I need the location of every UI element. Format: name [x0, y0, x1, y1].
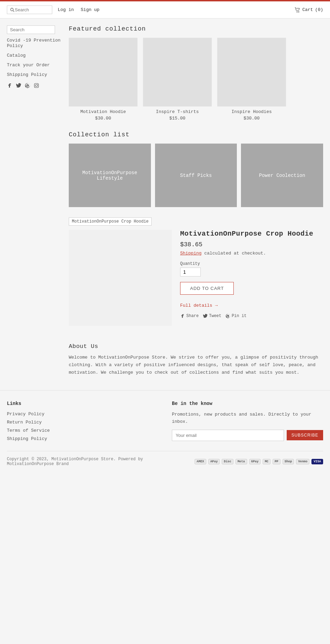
- svg-rect-4: [34, 83, 38, 88]
- sidebar-link-shipping[interactable]: Shipping Policy: [7, 72, 47, 77]
- product-detail-layout: MotivationOnPurpose Crop Hoodie $38.65 S…: [69, 230, 323, 326]
- newsletter-email-input[interactable]: [172, 430, 284, 441]
- product-name-1: Inspire T-shirts: [143, 109, 212, 114]
- footer-top: Links Privacy Policy Return Policy Terms…: [7, 401, 323, 444]
- svg-point-5: [35, 84, 37, 87]
- product-detail-breadcrumb: MotivationOnPurpose Crop Hoodie: [69, 217, 152, 226]
- newsletter-form: SUBSCRIBE: [172, 430, 323, 441]
- sidebar-link-track[interactable]: Track your Order: [7, 63, 50, 68]
- product-detail-name: MotivationOnPurpose Crop Hoodie: [180, 230, 323, 238]
- header-nav: Log in Sign up: [58, 7, 99, 12]
- search-input[interactable]: [15, 7, 49, 12]
- product-image-1: [143, 38, 212, 106]
- shipping-text: calculated at checkout.: [204, 251, 266, 256]
- payment-icon-gpay: GPay: [249, 459, 261, 464]
- collection-card-1[interactable]: Staff Picks: [155, 144, 237, 207]
- pin-label: Pin it: [232, 314, 246, 318]
- shipping-link[interactable]: Shipping: [180, 251, 201, 256]
- payment-icon-applepay: APay: [208, 459, 220, 464]
- search-icon: [10, 8, 15, 12]
- sidebar-item-track[interactable]: Track your Order: [7, 62, 62, 68]
- product-shipping: Shipping calculated at checkout.: [180, 251, 323, 256]
- quantity-label: Quantity: [180, 261, 323, 266]
- footer-links-col: Links Privacy Policy Return Policy Terms…: [7, 401, 158, 444]
- product-card-2[interactable]: Inspire Hoodies $30.00: [217, 38, 286, 121]
- sidebar-nav: Covid -19 Prevention Policy Catalog Trac…: [7, 37, 62, 77]
- featured-collection-title: Featured collection: [69, 25, 323, 32]
- footer-return-link[interactable]: Return Policy: [7, 420, 42, 425]
- collection-card-2[interactable]: Power Coolection: [241, 144, 323, 207]
- footer-link-return[interactable]: Return Policy: [7, 419, 158, 425]
- search-box[interactable]: [7, 5, 52, 14]
- footer-links-list: Privacy Policy Return Policy Terms of Se…: [7, 411, 158, 441]
- product-price-0: $30.00: [69, 116, 138, 121]
- product-name-0: Motivation Hoodie: [69, 109, 138, 114]
- product-card-1[interactable]: Inspire T-shirts $15.00: [143, 38, 212, 121]
- payment-icon-venmo: Venmo: [296, 459, 309, 464]
- collection-label-2: Power Coolection: [259, 173, 305, 178]
- payment-icon-discover: Disc: [222, 459, 233, 464]
- tweet-label: Tweet: [209, 314, 221, 318]
- newsletter-title: Be in the know: [172, 401, 323, 406]
- svg-point-2: [297, 11, 298, 12]
- sidebar-link-covid[interactable]: Covid -19 Prevention Policy: [7, 38, 60, 48]
- cart-button[interactable]: Cart (0): [295, 7, 323, 13]
- facebook-icon[interactable]: [7, 83, 12, 90]
- product-price-2: $30.00: [217, 116, 286, 121]
- product-detail-info: MotivationOnPurpose Crop Hoodie $38.65 S…: [180, 230, 323, 326]
- sidebar-item-covid[interactable]: Covid -19 Prevention Policy: [7, 37, 62, 48]
- collection-grid: MotivationOnPurpose Lifestyle Staff Pick…: [69, 144, 323, 207]
- footer-privacy-link[interactable]: Privacy Policy: [7, 411, 44, 417]
- share-facebook-button[interactable]: Share: [180, 314, 199, 318]
- footer-newsletter-col: Be in the know Promotions, new products …: [172, 401, 323, 444]
- share-buttons: Share Tweet Pin it: [180, 314, 323, 318]
- product-image-2: [217, 38, 286, 106]
- product-detail-image: [69, 230, 172, 326]
- tweet-button[interactable]: Tweet: [203, 314, 221, 318]
- footer-link-privacy[interactable]: Privacy Policy: [7, 411, 158, 417]
- svg-point-6: [37, 84, 38, 84]
- twitter-icon[interactable]: [16, 83, 21, 90]
- newsletter-text: Promotions, new products and sales. Dire…: [172, 411, 323, 426]
- product-price-1: $15.00: [143, 116, 212, 121]
- subscribe-button[interactable]: SUBSCRIBE: [287, 430, 323, 440]
- login-link[interactable]: Log in: [58, 7, 74, 12]
- sidebar-search-input[interactable]: [7, 25, 55, 34]
- footer-link-terms[interactable]: Terms of Service: [7, 428, 158, 433]
- full-details-link[interactable]: Full details →: [180, 303, 323, 308]
- main-layout: Covid -19 Prevention Policy Catalog Trac…: [0, 19, 330, 390]
- add-to-cart-button[interactable]: ADD TO CART: [180, 282, 234, 295]
- sidebar-social: [7, 83, 62, 90]
- product-detail-price: $38.65: [180, 241, 323, 248]
- svg-point-3: [298, 11, 299, 12]
- payment-icon-paypal: PP: [273, 459, 280, 464]
- payment-icons: AMEX APay Disc Meta GPay MC PP Shop Venm…: [195, 459, 323, 464]
- instagram-icon[interactable]: [34, 83, 39, 90]
- pin-button[interactable]: Pin it: [226, 314, 246, 318]
- footer-terms-link[interactable]: Terms of Service: [7, 428, 50, 433]
- cart-icon: [295, 7, 300, 13]
- cart-label: Cart: [302, 7, 313, 12]
- sidebar-item-shipping[interactable]: Shipping Policy: [7, 72, 62, 77]
- footer-shipping-link[interactable]: Shipping Policy: [7, 436, 47, 441]
- signup-link[interactable]: Sign up: [81, 7, 100, 12]
- svg-line-1: [13, 10, 14, 12]
- product-card-0[interactable]: Motivation Hoodie $30.00: [69, 38, 138, 121]
- collection-list-title: Collection list: [69, 131, 323, 138]
- footer: Links Privacy Policy Return Policy Terms…: [0, 390, 330, 473]
- quantity-input[interactable]: [180, 268, 201, 276]
- footer-link-shipping[interactable]: Shipping Policy: [7, 436, 158, 441]
- powered-by-link[interactable]: MotivationOnPurpose Brand: [7, 462, 69, 466]
- sidebar-item-catalog[interactable]: Catalog: [7, 53, 62, 58]
- product-image-0: [69, 38, 138, 106]
- collection-card-0[interactable]: MotivationOnPurpose Lifestyle: [69, 144, 151, 207]
- footer-copyright: Copyright © 2023, MotivationOnPurpose St…: [7, 457, 143, 466]
- about-title: About Us: [69, 343, 323, 350]
- collection-label-1: Staff Picks: [180, 173, 212, 178]
- content: Featured collection Motivation Hoodie $3…: [69, 25, 323, 383]
- sidebar-link-catalog[interactable]: Catalog: [7, 53, 26, 58]
- about-section: About Us Welcome to MotivationOnPurpose …: [69, 336, 323, 383]
- pinterest-icon[interactable]: [25, 83, 30, 90]
- product-grid: Motivation Hoodie $30.00 Inspire T-shirt…: [69, 38, 323, 121]
- header: Log in Sign up Cart (0): [0, 1, 330, 19]
